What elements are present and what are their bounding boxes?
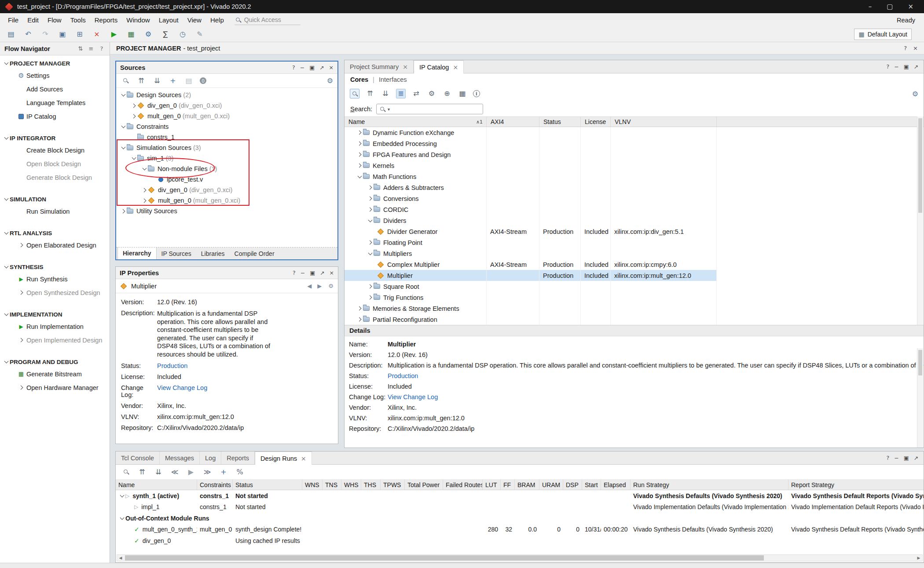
collapse-all-icon[interactable]: ⇈ (137, 467, 147, 477)
run-step-icon[interactable]: ▶ (186, 467, 196, 477)
column-header-ths[interactable]: THS (361, 480, 381, 490)
expander-down-icon[interactable] (3, 313, 10, 315)
expander-down-icon[interactable] (141, 168, 148, 170)
source-div-gen-0[interactable]: div_gen_0(div_gen_0.xci) (116, 185, 337, 195)
catalog-row-trig-functions[interactable]: Trig Functions (345, 292, 717, 303)
expander-down-icon[interactable] (130, 157, 137, 159)
expander-right-icon[interactable] (356, 318, 363, 321)
source-div-gen-0[interactable]: div_gen_0(div_gen_0.xci) (116, 100, 337, 111)
source-simulation-sources[interactable]: Simulation Sources(3) (116, 142, 337, 153)
subtab-interfaces[interactable]: Interfaces (379, 76, 407, 83)
run-row-div-gen-0[interactable]: ✓div_gen_0Using cached IP results (116, 535, 924, 546)
expand-all-icon[interactable]: ⇊ (152, 76, 162, 86)
source-design-sources[interactable]: Design Sources(2) (116, 90, 337, 100)
tab-hierarchy[interactable]: Hierarchy (117, 247, 157, 259)
menu-layout[interactable]: Layout (154, 13, 183, 27)
add-sources-icon[interactable]: + (168, 76, 178, 86)
minimize-window-button[interactable]: – (869, 3, 872, 11)
column-header-report-strategy[interactable]: Report Strategy (788, 480, 924, 490)
catalog-row-memories-storage-elements[interactable]: Memories & Storage Elements (345, 303, 717, 314)
collapse-panes-icon[interactable]: ⇅ (77, 45, 84, 52)
stop-icon[interactable]: × (92, 29, 102, 39)
expander-down-icon[interactable] (356, 176, 363, 178)
column-header-elapsed[interactable]: Elapsed (601, 480, 631, 490)
scrollbar-thumb[interactable] (918, 350, 922, 375)
catalog-row-divider-generator[interactable]: Divider GeneratorAXI4-StreamProductionIn… (345, 226, 717, 237)
detail-value[interactable]: Production (388, 372, 418, 379)
column-header-axi4[interactable]: AXI4 (487, 117, 539, 127)
expander-right-icon[interactable] (356, 307, 363, 310)
column-header-uram[interactable]: URAM (539, 480, 563, 490)
maximize-icon[interactable]: ↗ (914, 63, 918, 70)
info-icon[interactable]: i (473, 90, 480, 97)
expander-down-icon[interactable] (367, 220, 374, 222)
flow-section-header-implementation[interactable]: IMPLEMENTATION (0, 309, 110, 320)
flow-item-open-block-design[interactable]: Open Block Design (0, 157, 110, 171)
create-runs-icon[interactable]: + (219, 467, 228, 477)
run-row-out-of-context-module-runs[interactable]: Out-of-Context Module Runs (116, 513, 924, 524)
flow-section-header-project-manager[interactable]: PROJECT MANAGER (0, 58, 110, 69)
catalog-row-adders-subtracters[interactable]: Adders & Subtracters (345, 182, 717, 193)
source-mult-gen-0[interactable]: mult_gen_0(mult_gen_0.xci) (116, 111, 337, 121)
close-window-button[interactable]: × (908, 3, 913, 11)
expander-down-icon[interactable] (3, 361, 10, 363)
flow-item-add-sources[interactable]: Add Sources (0, 82, 110, 96)
expander-right-icon[interactable] (367, 197, 374, 200)
back-icon[interactable]: ◀ (307, 283, 312, 289)
run-row-impl-1[interactable]: ▷impl_1constrs_1Not startedVivado Implem… (116, 502, 924, 513)
close-tab-icon[interactable]: × (453, 64, 458, 71)
maximize-window-button[interactable]: ▢ (887, 3, 893, 11)
settings-icon[interactable]: ⚙ (143, 29, 153, 39)
help-icon[interactable]: ? (887, 63, 890, 70)
expander-right-icon[interactable] (367, 186, 374, 189)
expander-right-icon[interactable] (356, 131, 363, 134)
column-header-tns[interactable]: TNS (323, 480, 341, 490)
float-icon[interactable]: ▣ (309, 64, 315, 71)
run-row-mult-gen-0-synth-1[interactable]: ✓mult_gen_0_synth_1mult_gen_0synth_desig… (116, 524, 924, 535)
tab-reports[interactable]: Reports (221, 451, 255, 464)
catalog-row-conversions[interactable]: Conversions (345, 193, 717, 204)
add-repository-icon[interactable]: ⊕ (442, 89, 452, 98)
flow-item-open-elaborated-design[interactable]: Open Elaborated Design (0, 238, 110, 252)
expand-all-icon[interactable]: ⇊ (381, 89, 390, 98)
run-icon[interactable]: ▶ (109, 29, 119, 39)
column-header-lut[interactable]: LUT (483, 480, 501, 490)
report-icon[interactable]: ▦ (126, 29, 136, 39)
expander-right-icon[interactable] (367, 208, 374, 211)
flow-item-create-block-design[interactable]: Create Block Design (0, 143, 110, 157)
catalog-row-math-functions[interactable]: Math Functions (345, 171, 717, 182)
maximize-icon[interactable]: ↗ (319, 64, 324, 71)
customize-icon[interactable]: ⚙ (427, 89, 436, 98)
catalog-row-square-root[interactable]: Square Root (345, 281, 717, 292)
undo-icon[interactable]: ↶ (23, 29, 33, 39)
column-header-status[interactable]: Status (233, 480, 302, 490)
catalog-row-fpga-features-and-design[interactable]: FPGA Features and Design (345, 149, 717, 160)
source-constraints[interactable]: Constraints (116, 121, 337, 132)
layout-selector[interactable]: ▦ Default Layout (854, 29, 912, 40)
redo-icon[interactable]: ↷ (40, 29, 50, 39)
expander-right-icon[interactable] (367, 241, 374, 244)
tab-messages[interactable]: Messages (160, 451, 200, 464)
close-tab-icon[interactable]: × (301, 455, 306, 462)
details-scrollbar[interactable] (917, 348, 923, 448)
expand-all-icon[interactable]: ⇊ (154, 467, 163, 477)
taxonomy-icon[interactable]: ⇄ (411, 89, 421, 98)
expander-right-icon[interactable] (141, 199, 148, 202)
source-ipcore-test-v[interactable]: ipcore_test.v (116, 174, 337, 185)
flow-item-run-implementation[interactable]: ▶Run Implementation (0, 320, 110, 333)
float-icon[interactable]: ▣ (310, 269, 315, 276)
column-header-status[interactable]: Status (539, 117, 581, 127)
edit-icon[interactable]: ✎ (195, 29, 205, 39)
catalog-search-input[interactable]: ▾ (376, 104, 483, 114)
search-icon[interactable] (121, 76, 130, 86)
expander-right-icon[interactable] (356, 142, 363, 145)
flow-item-language-templates[interactable]: Language Templates (0, 96, 110, 109)
tab-ip-sources[interactable]: IP Sources (157, 248, 196, 259)
minimize-icon[interactable]: − (300, 64, 304, 71)
flow-section-header-synthesis[interactable]: SYNTHESIS (0, 262, 110, 272)
maximize-icon[interactable]: ↗ (914, 455, 918, 461)
scrollbar-thumb[interactable] (918, 118, 922, 213)
catalog-row-kernels[interactable]: Kernels (345, 160, 717, 171)
expander-down-icon[interactable] (3, 232, 10, 234)
expander-right-icon[interactable] (130, 115, 137, 118)
